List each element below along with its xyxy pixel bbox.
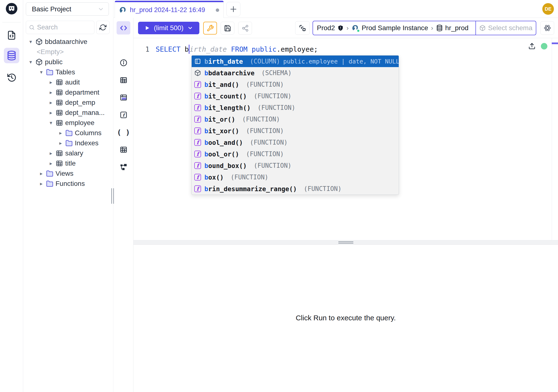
autocomplete-item-box[interactable]: f box() (FUNCTION) xyxy=(192,171,399,183)
tree-item-empty: <Empty> xyxy=(23,47,113,57)
tree-item-tables-folder[interactable]: ▾ Tables xyxy=(23,67,113,77)
schema-icon xyxy=(35,58,43,66)
user-avatar[interactable]: DE xyxy=(542,3,554,15)
sequences-panel-button[interactable] xyxy=(113,144,133,155)
line-number: 1 xyxy=(133,45,156,53)
tree-item-label: Functions xyxy=(55,180,85,188)
autocomplete-item-bool_and[interactable]: f bool_and() (FUNCTION) xyxy=(192,137,399,148)
tree-item-table-employee[interactable]: ▾ employee xyxy=(23,118,113,128)
caret-right-icon[interactable]: ▸ xyxy=(39,181,44,187)
tree-item-indexes-folder[interactable]: ▸ Indexes xyxy=(23,138,113,148)
autocomplete-item-bit_xor[interactable]: f bit_xor() (FUNCTION) xyxy=(192,125,399,137)
tree-item-label: salary xyxy=(65,149,83,157)
autocomplete-item-brin_desummarize_range[interactable]: f brin_desummarize_range() (FUNCTION) xyxy=(192,183,399,195)
autocomplete-item-bit_count[interactable]: f bit_count() (FUNCTION) xyxy=(192,90,399,102)
functions-panel-button[interactable]: f xyxy=(113,110,133,120)
project-selector[interactable]: Basic Project xyxy=(26,2,109,16)
info-panel-button[interactable] xyxy=(113,57,133,68)
autocomplete-item-bit_or[interactable]: f bit_or() (FUNCTION) xyxy=(192,113,399,125)
editor-results-divider[interactable] xyxy=(133,240,558,245)
upload-icon xyxy=(528,43,536,50)
environment-name: Prod2 xyxy=(317,24,335,32)
overview-ruler[interactable] xyxy=(552,38,558,240)
tree-item-schema-public[interactable]: ▾ public xyxy=(23,57,113,67)
function-icon: f xyxy=(194,116,201,123)
new-tab-button[interactable] xyxy=(227,2,240,17)
caret-right-icon[interactable]: ▸ xyxy=(48,160,53,166)
refresh-button[interactable] xyxy=(96,21,110,34)
caret-right-icon[interactable]: ▸ xyxy=(58,140,63,146)
tree-item-label: dept_emp xyxy=(65,99,95,106)
save-button[interactable] xyxy=(221,22,234,35)
tree-item-table-dept_manager[interactable]: ▸ dept_mana... xyxy=(23,108,113,118)
schema-diagram-button[interactable] xyxy=(113,162,133,172)
caret-down-icon[interactable]: ▾ xyxy=(48,120,53,126)
autocomplete-item-bound_box[interactable]: f bound_box() (FUNCTION) xyxy=(192,160,399,171)
autocomplete-item-bit_length[interactable]: f bit_length() (FUNCTION) xyxy=(192,102,399,113)
nav-databases-button[interactable] xyxy=(4,48,19,63)
views-panel-button[interactable] xyxy=(113,92,133,103)
worksheet-tab[interactable]: hr_prod 2024-11-22 16:49 xyxy=(115,1,224,18)
chevron-down-icon xyxy=(187,25,193,31)
tree-item-table-dept_emp[interactable]: ▸ dept_emp xyxy=(23,97,113,108)
tree-item-label: Columns xyxy=(75,129,101,137)
schema-selector[interactable]: Select schema xyxy=(475,21,536,35)
tree-item-label: title xyxy=(65,160,76,167)
caret-down-icon[interactable]: ▾ xyxy=(39,69,44,75)
schema-icon xyxy=(35,38,43,45)
caret-right-icon[interactable]: ▸ xyxy=(58,130,63,136)
table-icon xyxy=(56,150,63,157)
caret-right-icon[interactable]: ▸ xyxy=(48,79,53,85)
inline-completion-ghost-text: irth_date xyxy=(190,45,227,53)
tab-strip: hr_prod 2024-11-22 16:49 DE xyxy=(113,0,558,18)
autocomplete-item-bbdataarchive[interactable]: bbdataarchive (SCHEMA) xyxy=(192,67,399,79)
autocomplete-item-bool_or[interactable]: f bool_or() (FUNCTION) xyxy=(192,148,399,160)
caret-right-icon[interactable]: ▸ xyxy=(48,150,53,156)
procedures-panel-button[interactable]: ( ) xyxy=(113,127,133,138)
caret-right-icon[interactable]: ▸ xyxy=(39,171,44,176)
connection-context[interactable]: Prod2 › Prod Sample Instance › xyxy=(313,21,475,35)
sidebar-resize-handle[interactable] xyxy=(111,188,114,204)
editor-tool-rail: f ( ) xyxy=(113,18,133,392)
tree-item-table-title[interactable]: ▸ title xyxy=(23,158,113,168)
tree-item-label: dept_mana... xyxy=(65,109,105,117)
tree-item-schema-bbdataarchive[interactable]: ▾ bbdataarchive xyxy=(23,37,113,47)
function-icon: f xyxy=(194,92,201,100)
nav-history-button[interactable] xyxy=(4,70,19,85)
autocomplete-item-birth_date[interactable]: birth_date (COLUMN) public.employee | da… xyxy=(192,55,399,67)
tree-item-label: department xyxy=(65,89,99,96)
tree-item-table-audit[interactable]: ▸ audit xyxy=(23,77,113,87)
results-panel: Click Run to execute the query. xyxy=(133,245,558,392)
nav-worksheet-button[interactable] xyxy=(4,27,19,43)
caret-right-icon[interactable]: ▸ xyxy=(48,100,53,105)
autocomplete-item-bit_and[interactable]: f bit_and() (FUNCTION) xyxy=(192,79,399,90)
caret-right-icon[interactable]: ▸ xyxy=(48,89,53,95)
caret-down-icon[interactable]: ▾ xyxy=(28,39,33,45)
bytebase-logo[interactable] xyxy=(5,2,18,15)
code-mode-button[interactable] xyxy=(117,21,130,35)
tree-item-views-folder[interactable]: ▸ Views xyxy=(23,168,113,179)
share-button[interactable] xyxy=(238,22,252,35)
main-area: hr_prod 2024-11-22 16:49 DE xyxy=(113,0,558,392)
table-icon xyxy=(56,89,63,96)
ai-assistant-button[interactable] xyxy=(541,21,554,35)
tree-item-columns-folder[interactable]: ▸ Columns xyxy=(23,128,113,138)
format-sql-button[interactable] xyxy=(203,22,217,35)
tree-item-table-department[interactable]: ▸ department xyxy=(23,87,113,97)
caret-down-icon[interactable]: ▾ xyxy=(28,59,33,65)
connection-panel-button[interactable] xyxy=(295,21,310,35)
sql-editor[interactable]: 1 SELECT b irth_date FROM public . emplo… xyxy=(133,38,558,240)
sql-schema-ref: public xyxy=(252,45,277,53)
tables-panel-button[interactable] xyxy=(113,75,133,86)
tree-item-label: Tables xyxy=(55,68,75,76)
upload-sql-button[interactable] xyxy=(528,43,536,50)
code-line-1: 1 SELECT b irth_date FROM public . emplo… xyxy=(133,44,318,54)
shield-alert-icon xyxy=(337,25,344,31)
caret-right-icon[interactable]: ▸ xyxy=(48,110,53,116)
tree-item-functions-folder[interactable]: ▸ Functions xyxy=(23,179,113,189)
search-input[interactable] xyxy=(37,24,91,31)
search-icon xyxy=(29,24,35,31)
tree-item-table-salary[interactable]: ▸ salary xyxy=(23,148,113,158)
run-query-button[interactable]: (limit 500) xyxy=(138,22,199,34)
breadcrumb-separator: › xyxy=(346,24,349,32)
